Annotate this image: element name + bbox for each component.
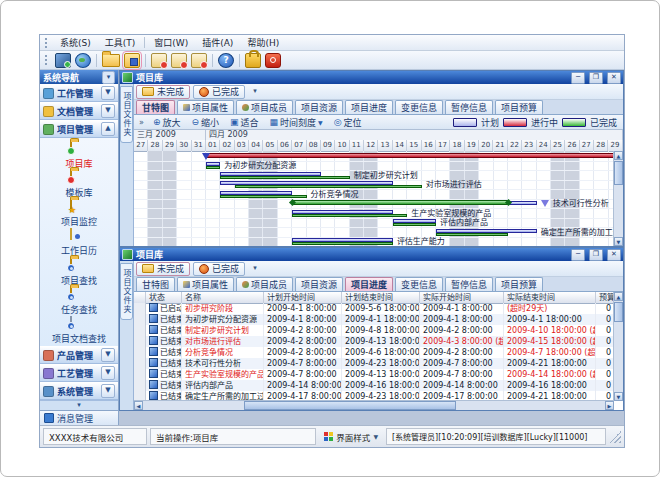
menu-item[interactable]: 系统(S) <box>53 36 98 50</box>
sidebar-item-项目监控[interactable]: ★项目监控 <box>40 200 118 229</box>
table-hscroll-thumb[interactable] <box>244 401 456 410</box>
progress-filter-已完成[interactable]: 已完成 <box>193 262 245 276</box>
progress-tab-项目资源[interactable]: 项目资源 <box>295 277 343 291</box>
zoom-out-button[interactable]: ⊖缩小 <box>186 115 224 129</box>
progress-tab-甘特图[interactable]: 甘特图 <box>136 277 175 291</box>
progress-tab-暂停信息[interactable]: 暂停信息 <box>445 277 493 291</box>
gantt-vertical-scrollbar[interactable]: ▲ ▼ <box>613 151 623 246</box>
menu-item[interactable]: 窗口(W) <box>147 36 195 50</box>
sidebar-group-文档管理[interactable]: 文档管理▼ <box>40 102 118 120</box>
gantt-filter-已完成[interactable]: 已完成 <box>193 85 245 99</box>
gantt-tab-项目资源[interactable]: 项目资源 <box>295 100 343 114</box>
column-header-实际开始时间[interactable]: 实际开始时间 <box>420 292 504 303</box>
table-row[interactable]: 已结束技术可行性分析2009-4-7 8:00:002009-4-23 18:0… <box>134 358 614 369</box>
maximize-button[interactable]: ❐ <box>589 249 603 261</box>
sidebar-item-项目查找[interactable]: 项目查找 <box>40 258 118 287</box>
menu-drag-handle[interactable] <box>45 38 50 48</box>
scroll-left-icon[interactable]: ◀ <box>134 401 143 410</box>
progress-tab-项目预算[interactable]: 项目预算 <box>495 277 543 291</box>
gantt-panel-titlebar[interactable]: 项目库 ─ ❐ ✕ <box>120 71 623 84</box>
mail-new-icon[interactable] <box>151 53 167 68</box>
pin-icon[interactable]: ▾ <box>102 71 115 84</box>
mail-open-icon[interactable] <box>171 53 187 68</box>
progress-panel-titlebar[interactable]: 项目库 ─ ❐ ✕ <box>120 248 623 261</box>
table-row[interactable]: 已结束对市场进行评估2009-4-2 8:00:002009-4-13 18:0… <box>134 336 614 347</box>
save-icon[interactable] <box>124 53 140 68</box>
column-header-实际结束时间[interactable]: 实际结束时间 <box>504 292 596 303</box>
gantt-scroll-thumb[interactable] <box>614 161 623 185</box>
overflow-chevron-icon[interactable]: » <box>136 118 147 127</box>
scroll-down-icon[interactable]: ▼ <box>614 237 623 246</box>
chevron-down-icon[interactable]: ▼ <box>101 366 115 380</box>
table-row[interactable]: 已结束分析竞争情况2009-4-2 8:00:002009-4-6 18:00:… <box>134 347 614 358</box>
gantt-tab-变更信息[interactable]: 变更信息 <box>395 100 443 114</box>
fit-button[interactable]: ▣适合 <box>225 115 264 129</box>
progress-filter-未完成[interactable]: 未完成 <box>136 262 190 276</box>
sidebar-group-项目管理[interactable]: 项目管理▲ <box>40 120 118 138</box>
sidebar-group-系统管理[interactable]: 系统管理▼ <box>40 382 118 400</box>
toolbar-drag-handle[interactable] <box>45 55 50 65</box>
column-header-名称[interactable]: 名称 <box>182 292 264 303</box>
menu-item[interactable]: 工具(T) <box>98 36 143 50</box>
gantt-bar-done-对市场进行评估[interactable] <box>235 185 422 188</box>
filter-dropdown-icon[interactable]: ▾ <box>248 85 262 99</box>
chevron-down-icon[interactable]: ▼ <box>101 384 115 398</box>
gantt-tab-甘特图[interactable]: 甘特图 <box>136 100 175 114</box>
column-header-计划开始时间[interactable]: 计划开始时间 <box>264 292 342 303</box>
gantt-tab-项目预算[interactable]: 项目预算 <box>495 100 543 114</box>
table-horizontal-scrollbar[interactable]: ◀ ▶ <box>134 400 614 410</box>
project-folder-side-tab[interactable]: 项目文件夹 <box>120 86 133 143</box>
project-folder-side-tab[interactable]: 项目文件夹 <box>120 263 133 320</box>
gantt-tab-项目属性[interactable]: 项目属性 <box>177 100 234 114</box>
help-icon[interactable] <box>218 53 234 68</box>
resize-grip[interactable] <box>609 431 621 443</box>
scroll-up-icon[interactable]: ▲ <box>614 292 623 301</box>
table-vertical-scrollbar[interactable]: ▲ ▼ <box>613 292 623 401</box>
gantt-filter-未完成[interactable]: 未完成 <box>136 85 190 99</box>
table-row[interactable]: 已结束为初步研究分配资源2009-4-1 8:00:002009-4-1 18:… <box>134 314 614 325</box>
close-button[interactable]: ✕ <box>607 249 621 261</box>
table-row[interactable]: 已启动初步研究阶段2009-4-1 8:00:002009-5-6 18:00:… <box>134 303 614 314</box>
stop-icon[interactable] <box>265 53 281 68</box>
progress-tab-项目成员[interactable]: 项目成员 <box>236 277 293 291</box>
progress-tab-项目属性[interactable]: 项目属性 <box>177 277 234 291</box>
sidebar-item-模板库[interactable]: 模板库 <box>40 170 118 199</box>
sidebar-group-产品管理[interactable]: 产品管理▼ <box>40 346 118 364</box>
sidebar-item-任务查找[interactable]: 任务查找 <box>40 287 118 316</box>
time-scale-button[interactable]: ▦时间刻度▼ <box>265 115 328 129</box>
zoom-in-button[interactable]: ⊕放大 <box>148 115 186 129</box>
gantt-bar-inprogress-初步研究阶段[interactable] <box>206 153 622 158</box>
scroll-down-icon[interactable]: ▼ <box>614 392 623 401</box>
sidebar-group-工作管理[interactable]: 工作管理▼ <box>40 84 118 102</box>
sidebar-item-工作日历[interactable]: 工作日历 <box>40 229 118 258</box>
ui-style-picker[interactable]: 界面样式 ▼ <box>319 429 383 444</box>
gantt-bar-done-评估内部产品[interactable] <box>393 223 436 226</box>
sidebar-tab-messages[interactable]: 消息管理 <box>40 410 118 425</box>
chevron-down-icon[interactable]: ▼ <box>101 104 115 118</box>
table-row[interactable]: 已结束生产实验室规模的产品2009-4-7 8:00:002009-4-13 1… <box>134 369 614 380</box>
column-header-计划结束时间[interactable]: 计划结束时间 <box>342 292 420 303</box>
chevron-down-icon[interactable]: ▼ <box>101 348 115 362</box>
minimize-button[interactable]: ─ <box>571 72 585 84</box>
table-scroll-thumb[interactable] <box>614 302 623 322</box>
gantt-tab-项目进度[interactable]: 项目进度 <box>345 100 393 114</box>
chevron-down-icon[interactable]: ▼ <box>101 86 115 100</box>
sidebar-item-项目文档查找[interactable]: 项目文档查找 <box>40 317 118 346</box>
gantt-tab-项目成员[interactable]: 项目成员 <box>236 100 293 114</box>
gantt-bar-done-确定生产所需的加工过程[interactable] <box>436 233 508 236</box>
lock-icon[interactable] <box>245 53 261 68</box>
mail-alert-icon[interactable] <box>191 53 207 68</box>
scroll-right-icon[interactable]: ▶ <box>605 401 614 410</box>
gantt-chart[interactable]: 三月 2009四月 2009 2728293031010203040506070… <box>134 130 623 246</box>
sidebar-group-工艺管理[interactable]: 工艺管理▼ <box>40 364 118 382</box>
progress-tab-变更信息[interactable]: 变更信息 <box>395 277 443 291</box>
gantt-tab-暂停信息[interactable]: 暂停信息 <box>445 100 493 114</box>
gantt-bar-done-制定初步研究计划[interactable] <box>220 176 349 179</box>
menu-item[interactable]: 插件(A) <box>195 36 240 50</box>
column-header-状态[interactable]: 状态 <box>146 292 182 303</box>
maximize-button[interactable]: ❐ <box>589 72 603 84</box>
computer-icon[interactable] <box>55 53 71 68</box>
gantt-bar-done-评估生产能力[interactable] <box>292 242 393 245</box>
gantt-bar-done-技术可行性分析[interactable] <box>292 200 508 205</box>
locate-button[interactable]: ◎定位 <box>329 115 367 129</box>
